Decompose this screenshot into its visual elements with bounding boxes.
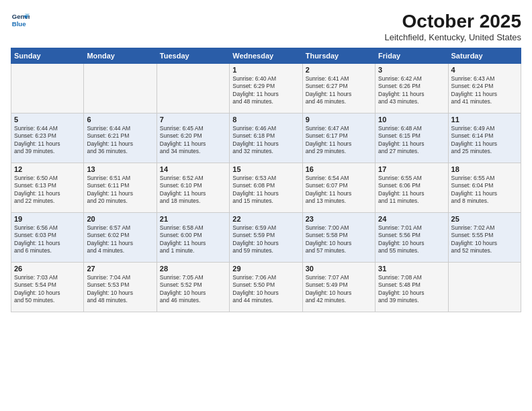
cell-info: Sunrise: 6:57 AM Sunset: 6:02 PM Dayligh… bbox=[87, 224, 153, 255]
calendar-cell: 6Sunrise: 6:44 AM Sunset: 6:21 PM Daylig… bbox=[84, 113, 157, 163]
cell-info: Sunrise: 6:59 AM Sunset: 5:59 PM Dayligh… bbox=[232, 224, 299, 255]
weekday-header-row: SundayMondayTuesdayWednesdayThursdayFrid… bbox=[11, 48, 521, 64]
day-number: 20 bbox=[87, 215, 153, 223]
cell-info: Sunrise: 7:03 AM Sunset: 5:54 PM Dayligh… bbox=[14, 274, 81, 305]
cell-info: Sunrise: 7:00 AM Sunset: 5:58 PM Dayligh… bbox=[306, 224, 372, 255]
calendar-cell: 26Sunrise: 7:03 AM Sunset: 5:54 PM Dayli… bbox=[11, 263, 84, 312]
calendar-cell: 13Sunrise: 6:51 AM Sunset: 6:11 PM Dayli… bbox=[84, 163, 157, 213]
day-number: 16 bbox=[306, 165, 372, 173]
cell-info: Sunrise: 6:44 AM Sunset: 6:23 PM Dayligh… bbox=[14, 125, 81, 156]
day-number: 27 bbox=[87, 265, 153, 273]
day-number: 10 bbox=[378, 116, 445, 124]
cell-info: Sunrise: 6:40 AM Sunset: 6:29 PM Dayligh… bbox=[232, 75, 299, 106]
cell-info: Sunrise: 6:44 AM Sunset: 6:21 PM Dayligh… bbox=[87, 125, 153, 156]
calendar-week-1: 5Sunrise: 6:44 AM Sunset: 6:23 PM Daylig… bbox=[11, 113, 521, 163]
cell-info: Sunrise: 7:07 AM Sunset: 5:49 PM Dayligh… bbox=[306, 274, 372, 305]
cell-info: Sunrise: 6:43 AM Sunset: 6:24 PM Dayligh… bbox=[451, 75, 518, 106]
calendar-cell: 15Sunrise: 6:53 AM Sunset: 6:08 PM Dayli… bbox=[230, 163, 302, 213]
day-number: 30 bbox=[306, 265, 372, 273]
calendar-cell: 24Sunrise: 7:01 AM Sunset: 5:56 PM Dayli… bbox=[375, 213, 448, 263]
calendar-cell: 11Sunrise: 6:49 AM Sunset: 6:14 PM Dayli… bbox=[448, 113, 521, 163]
calendar-cell: 14Sunrise: 6:52 AM Sunset: 6:10 PM Dayli… bbox=[157, 163, 229, 213]
weekday-header-tuesday: Tuesday bbox=[157, 48, 229, 64]
weekday-header-friday: Friday bbox=[375, 48, 448, 64]
day-number: 11 bbox=[451, 116, 518, 124]
calendar-cell: 3Sunrise: 6:42 AM Sunset: 6:26 PM Daylig… bbox=[375, 64, 448, 113]
page: General Blue October 2025 Leitchfield, K… bbox=[0, 0, 532, 411]
calendar-cell: 25Sunrise: 7:02 AM Sunset: 5:55 PM Dayli… bbox=[448, 213, 521, 263]
cell-info: Sunrise: 7:06 AM Sunset: 5:50 PM Dayligh… bbox=[232, 274, 299, 305]
calendar-cell bbox=[157, 64, 229, 113]
day-number: 12 bbox=[14, 165, 81, 173]
day-number: 15 bbox=[232, 165, 299, 173]
cell-info: Sunrise: 7:02 AM Sunset: 5:55 PM Dayligh… bbox=[451, 224, 518, 255]
calendar-cell: 30Sunrise: 7:07 AM Sunset: 5:49 PM Dayli… bbox=[302, 263, 375, 312]
logo: General Blue bbox=[11, 11, 30, 30]
calendar-cell: 28Sunrise: 7:05 AM Sunset: 5:52 PM Dayli… bbox=[157, 263, 229, 312]
calendar-cell: 18Sunrise: 6:55 AM Sunset: 6:04 PM Dayli… bbox=[448, 163, 521, 213]
cell-info: Sunrise: 7:01 AM Sunset: 5:56 PM Dayligh… bbox=[378, 224, 445, 255]
cell-info: Sunrise: 6:50 AM Sunset: 6:13 PM Dayligh… bbox=[14, 175, 81, 205]
day-number: 9 bbox=[306, 116, 372, 124]
day-number: 4 bbox=[451, 66, 518, 74]
weekday-header-monday: Monday bbox=[84, 48, 157, 64]
cell-info: Sunrise: 6:55 AM Sunset: 6:04 PM Dayligh… bbox=[451, 175, 518, 205]
day-number: 19 bbox=[14, 215, 81, 223]
calendar-cell: 12Sunrise: 6:50 AM Sunset: 6:13 PM Dayli… bbox=[11, 163, 84, 213]
day-number: 3 bbox=[378, 66, 445, 74]
svg-text:Blue: Blue bbox=[12, 20, 26, 28]
cell-info: Sunrise: 6:52 AM Sunset: 6:10 PM Dayligh… bbox=[160, 175, 226, 205]
day-number: 31 bbox=[378, 265, 445, 273]
cell-info: Sunrise: 6:45 AM Sunset: 6:20 PM Dayligh… bbox=[160, 125, 226, 156]
day-number: 18 bbox=[451, 165, 518, 173]
cell-info: Sunrise: 7:05 AM Sunset: 5:52 PM Dayligh… bbox=[160, 274, 226, 305]
day-number: 1 bbox=[232, 66, 299, 74]
day-number: 6 bbox=[87, 116, 153, 124]
calendar-cell: 31Sunrise: 7:08 AM Sunset: 5:48 PM Dayli… bbox=[375, 263, 448, 312]
cell-info: Sunrise: 6:42 AM Sunset: 6:26 PM Dayligh… bbox=[378, 75, 445, 106]
weekday-header-saturday: Saturday bbox=[448, 48, 521, 64]
location: Leitchfield, Kentucky, United States bbox=[384, 32, 521, 42]
day-number: 25 bbox=[451, 215, 518, 223]
calendar-cell: 20Sunrise: 6:57 AM Sunset: 6:02 PM Dayli… bbox=[84, 213, 157, 263]
calendar-cell: 29Sunrise: 7:06 AM Sunset: 5:50 PM Dayli… bbox=[230, 263, 302, 312]
calendar-cell: 9Sunrise: 6:47 AM Sunset: 6:17 PM Daylig… bbox=[302, 113, 375, 163]
calendar-cell: 22Sunrise: 6:59 AM Sunset: 5:59 PM Dayli… bbox=[230, 213, 302, 263]
day-number: 29 bbox=[232, 265, 299, 273]
cell-info: Sunrise: 6:41 AM Sunset: 6:27 PM Dayligh… bbox=[306, 75, 372, 106]
cell-info: Sunrise: 6:48 AM Sunset: 6:15 PM Dayligh… bbox=[378, 125, 445, 156]
calendar-week-3: 19Sunrise: 6:56 AM Sunset: 6:03 PM Dayli… bbox=[11, 213, 521, 263]
calendar-week-4: 26Sunrise: 7:03 AM Sunset: 5:54 PM Dayli… bbox=[11, 263, 521, 312]
cell-info: Sunrise: 6:54 AM Sunset: 6:07 PM Dayligh… bbox=[306, 175, 372, 205]
day-number: 22 bbox=[232, 215, 299, 223]
day-number: 2 bbox=[306, 66, 372, 74]
calendar-cell bbox=[84, 64, 157, 113]
day-number: 28 bbox=[160, 265, 226, 273]
cell-info: Sunrise: 6:55 AM Sunset: 6:06 PM Dayligh… bbox=[378, 175, 445, 205]
weekday-header-wednesday: Wednesday bbox=[230, 48, 302, 64]
cell-info: Sunrise: 6:46 AM Sunset: 6:18 PM Dayligh… bbox=[232, 125, 299, 156]
calendar-cell: 2Sunrise: 6:41 AM Sunset: 6:27 PM Daylig… bbox=[302, 64, 375, 113]
calendar-week-0: 1Sunrise: 6:40 AM Sunset: 6:29 PM Daylig… bbox=[11, 64, 521, 113]
cell-info: Sunrise: 6:56 AM Sunset: 6:03 PM Dayligh… bbox=[14, 224, 81, 255]
calendar-cell: 16Sunrise: 6:54 AM Sunset: 6:07 PM Dayli… bbox=[302, 163, 375, 213]
day-number: 23 bbox=[306, 215, 372, 223]
calendar-cell: 5Sunrise: 6:44 AM Sunset: 6:23 PM Daylig… bbox=[11, 113, 84, 163]
month-title: October 2025 bbox=[384, 11, 521, 32]
calendar-cell: 1Sunrise: 6:40 AM Sunset: 6:29 PM Daylig… bbox=[230, 64, 302, 113]
day-number: 24 bbox=[378, 215, 445, 223]
weekday-header-sunday: Sunday bbox=[11, 48, 84, 64]
day-number: 14 bbox=[160, 165, 226, 173]
header: General Blue October 2025 Leitchfield, K… bbox=[11, 11, 521, 42]
calendar-cell: 19Sunrise: 6:56 AM Sunset: 6:03 PM Dayli… bbox=[11, 213, 84, 263]
cell-info: Sunrise: 6:49 AM Sunset: 6:14 PM Dayligh… bbox=[451, 125, 518, 156]
weekday-header-thursday: Thursday bbox=[302, 48, 375, 64]
calendar-table: SundayMondayTuesdayWednesdayThursdayFrid… bbox=[11, 48, 521, 312]
calendar-cell: 21Sunrise: 6:58 AM Sunset: 6:00 PM Dayli… bbox=[157, 213, 229, 263]
cell-info: Sunrise: 7:08 AM Sunset: 5:48 PM Dayligh… bbox=[378, 274, 445, 305]
cell-info: Sunrise: 7:04 AM Sunset: 5:53 PM Dayligh… bbox=[87, 274, 153, 305]
day-number: 8 bbox=[232, 116, 299, 124]
logo-icon: General Blue bbox=[11, 11, 30, 30]
day-number: 17 bbox=[378, 165, 445, 173]
calendar-cell: 17Sunrise: 6:55 AM Sunset: 6:06 PM Dayli… bbox=[375, 163, 448, 213]
